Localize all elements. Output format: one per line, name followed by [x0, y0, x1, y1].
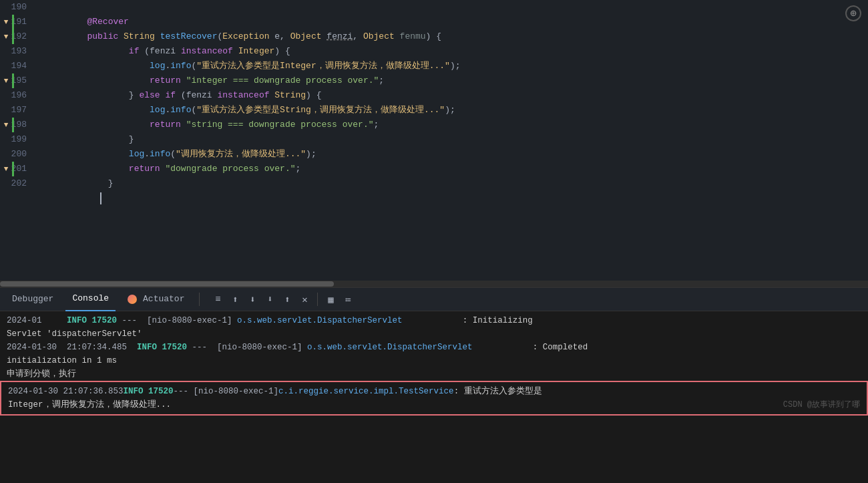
line-number-199: 199 [0, 132, 33, 147]
scrollbar-thumb[interactable] [0, 281, 334, 287]
line-number-197: 197 [0, 103, 33, 118]
line-number-192: ▼ 192 [0, 29, 33, 44]
code-lines: @Recover public String testRecover(Excep… [40, 0, 868, 281]
line-number-195: ▼ 195 [0, 73, 33, 88]
toolbar-icon-columns[interactable]: ≔ [341, 292, 355, 307]
log-completed: : Completed [473, 341, 588, 354]
log-level-2: INFO 17520 [127, 341, 187, 354]
line-number-200: 200 [0, 147, 33, 162]
log-thread-color-1 [52, 314, 57, 327]
log-line-4: 2024-01-30 21:07:36.853 INFO 17520 --- [… [0, 381, 868, 416]
log-class-4: c.i.reggie.service.impl.TestService [278, 385, 454, 398]
log-timestamp-4: 2024-01-30 21:07:36.853 [8, 385, 124, 398]
toolbar-icon-grid[interactable]: ▦ [323, 292, 338, 307]
watermark: CSDN @故事讲到了哪 [783, 398, 860, 412]
code-line-191: public String testRecover(Exception e, O… [40, 15, 868, 29]
tab-actuator[interactable]: Actuator [121, 287, 191, 311]
log-timestamp-1: 2024-01 [7, 314, 52, 327]
tab-separator-1 [199, 293, 200, 306]
log-line-2b: initialization in 1 ms [0, 354, 868, 367]
toolbar-icon-upload[interactable]: ⬆ [280, 292, 294, 307]
line-number-202: 202 [0, 176, 33, 191]
toolbar-icons: ≡ ⬆ ⬇ ⬇ ⬆ ✕ ▦ ≔ [210, 292, 355, 307]
line-number-196: 196 [0, 88, 33, 103]
log-line-2: 2024-01-30 21:07:34.485 INFO 17520 --- [… [0, 341, 868, 354]
line-number-194: 194 [0, 59, 33, 73]
code-line-202 [40, 176, 868, 191]
toolbar-icon-down[interactable]: ⬇ [245, 292, 260, 307]
line-numbers: 190 ▼ 191 ▼ 192 193 194 ▼ 195 [0, 0, 40, 281]
log-line-4-second-row: Integer，调用恢复方法，做降级处理... CSDN @故事讲到了哪 [8, 398, 860, 412]
toolbar-icon-up[interactable]: ⬆ [228, 292, 242, 307]
bottom-section: Debugger Console Actuator ≡ ⬆ ⬇ ⬇ ⬆ ✕ ▦ … [0, 287, 868, 483]
tab-separator-2 [317, 293, 318, 306]
tab-debugger[interactable]: Debugger [5, 287, 60, 311]
line-number-191: ▼ 191 [0, 15, 33, 29]
line-number-190: 190 [0, 0, 33, 15]
actuator-flame-icon [128, 295, 137, 304]
log-level-4: INFO 17520 [124, 385, 174, 398]
log-line-4-content: 2024-01-30 21:07:36.853 INFO 17520 --- [… [8, 385, 860, 398]
toolbar-icon-clear[interactable]: ✕ [297, 292, 312, 307]
log-line-3: 申请到分锁，执行 [0, 367, 868, 381]
log-line-1: 2024-01 INFO 17520 --- [nio-8080-exec-1]… [0, 314, 868, 327]
horizontal-scrollbar[interactable] [0, 281, 868, 287]
tab-bar: Debugger Console Actuator ≡ ⬆ ⬇ ⬇ ⬆ ✕ ▦ … [0, 287, 868, 311]
code-editor: 190 ▼ 191 ▼ 192 193 194 ▼ 195 [0, 0, 868, 287]
log-line-1b: Servlet 'dispatcherServlet' [0, 327, 868, 341]
log-class-2: o.s.web.servlet.DispatcherServlet [307, 341, 473, 354]
code-line-190: @Recover [40, 0, 868, 15]
toolbar-icon-download[interactable]: ⬇ [262, 292, 277, 307]
code-line-199: log.info("调用恢复方法，做降级处理..."); [40, 132, 868, 147]
log-cn-text: 申请到分锁，执行 [7, 367, 76, 381]
line-number-193: 193 [0, 44, 33, 59]
tab-console[interactable]: Console [65, 287, 116, 311]
console-output: 2024-01 INFO 17520 --- [nio-8080-exec-1]… [0, 311, 868, 483]
log-class-1: o.s.web.servlet.DispatcherServlet [237, 314, 403, 327]
add-watch-icon[interactable]: ⊕ [845, 5, 861, 21]
toolbar-icon-lines[interactable]: ≡ [210, 292, 225, 307]
tab-actuator-label: Actuator [143, 287, 184, 311]
log-timestamp-2: 2024-01-30 21:07:34.485 [7, 341, 127, 354]
log-level-1: INFO 17520 [57, 314, 117, 327]
line-number-201: ▼ 201 [0, 162, 33, 176]
line-number-198: ▼ 198 [0, 118, 33, 132]
